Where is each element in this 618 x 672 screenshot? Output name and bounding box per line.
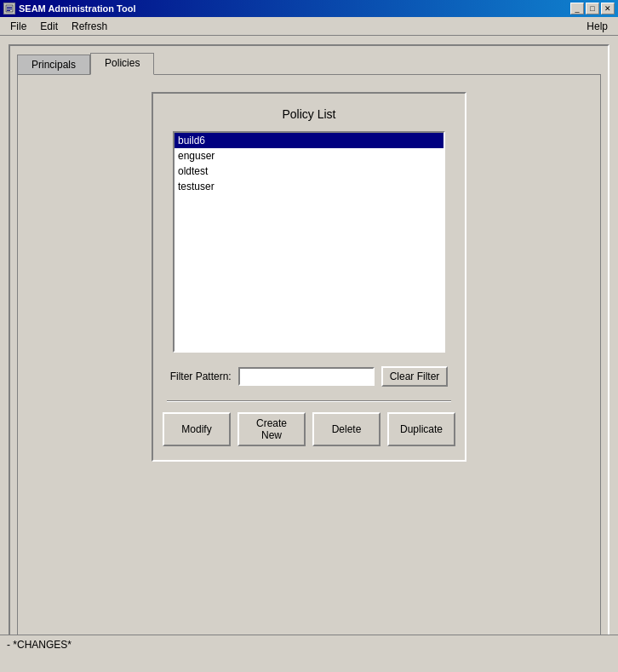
title-bar: SEAM Administration Tool _ □ ✕ — [0, 0, 618, 17]
filter-row: Filter Pattern: Clear Filter — [167, 366, 451, 387]
list-item[interactable]: enguser — [175, 148, 443, 164]
svg-rect-1 — [7, 7, 12, 8]
close-button[interactable]: ✕ — [601, 3, 615, 14]
svg-rect-2 — [7, 9, 12, 9]
tab-bar: Principals Policies — [17, 53, 601, 75]
status-bar: - *CHANGES* — [0, 635, 618, 653]
filter-input[interactable] — [238, 367, 375, 386]
duplicate-button[interactable]: Duplicate — [387, 412, 455, 446]
svg-rect-3 — [7, 10, 10, 11]
window-title: SEAM Administration Tool — [19, 3, 136, 14]
modify-button[interactable]: Modify — [163, 412, 231, 446]
window-controls: _ □ ✕ — [570, 3, 615, 14]
delete-button[interactable]: Delete — [312, 412, 381, 446]
filter-label: Filter Pattern: — [170, 370, 232, 382]
minimize-button[interactable]: _ — [570, 3, 584, 14]
divider — [167, 400, 451, 402]
tab-policies[interactable]: Policies — [90, 53, 154, 75]
action-buttons: Modify Create New Delete Duplicate — [163, 412, 455, 446]
policy-list-box[interactable]: build6enguseroldtesttestuser — [173, 131, 445, 353]
menu-refresh[interactable]: Refresh — [65, 19, 114, 34]
clear-filter-button[interactable]: Clear Filter — [381, 366, 449, 387]
status-text: - *CHANGES* — [7, 639, 72, 651]
tab-principals[interactable]: Principals — [17, 55, 90, 75]
menu-help[interactable]: Help — [580, 19, 615, 34]
create-new-button[interactable]: Create New — [237, 412, 306, 446]
menu-bar: File Edit Refresh Help — [0, 17, 618, 36]
main-content: Principals Policies Policy List build6en… — [0, 36, 618, 653]
title-bar-left: SEAM Administration Tool — [3, 3, 136, 14]
menu-file[interactable]: File — [3, 19, 33, 34]
list-item[interactable]: build6 — [175, 133, 443, 148]
policy-list-title: Policy List — [282, 107, 335, 121]
policy-panel: Policy List build6enguseroldtesttestuser… — [152, 92, 466, 462]
app-icon — [3, 3, 15, 14]
menu-edit[interactable]: Edit — [33, 19, 65, 34]
list-item[interactable]: oldtest — [175, 164, 443, 179]
tab-content-policies: Policy List build6enguseroldtesttestuser… — [17, 74, 601, 636]
maximize-button[interactable]: □ — [586, 3, 599, 14]
outer-panel: Principals Policies Policy List build6en… — [9, 44, 609, 645]
list-item[interactable]: testuser — [175, 179, 443, 194]
